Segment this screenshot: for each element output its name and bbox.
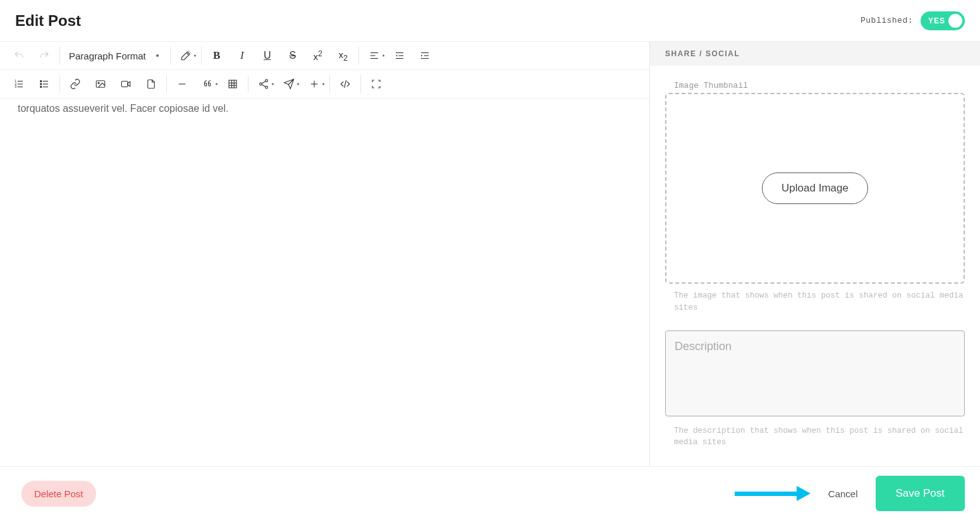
save-post-label: Save Post — [896, 487, 945, 499]
italic-button[interactable]: I — [230, 44, 255, 67]
toolbar-divider — [360, 75, 361, 93]
toolbar-divider — [329, 75, 330, 93]
description-helper-text: The description that shows when this pos… — [674, 425, 965, 449]
dropdown-indicator-icon — [297, 83, 299, 85]
image-icon — [95, 78, 106, 90]
file-icon — [145, 78, 157, 90]
dropdown-indicator-icon — [216, 83, 217, 85]
footer-right-group: Cancel Save Post — [735, 476, 965, 511]
superscript-icon: x2 — [314, 49, 322, 62]
strikethrough-button[interactable]: S — [280, 44, 305, 67]
fullscreen-button[interactable] — [364, 73, 389, 95]
video-icon — [120, 78, 132, 90]
table-button[interactable] — [220, 73, 245, 95]
align-left-icon — [369, 50, 380, 61]
cancel-label: Cancel — [828, 488, 858, 499]
toolbar-row-2: 123 — [0, 70, 649, 99]
sidebar-section-header: SHARE / SOCIAL — [650, 42, 980, 66]
dropdown-indicator-icon — [194, 55, 196, 57]
dropdown-indicator-icon — [322, 83, 324, 85]
redo-button[interactable] — [32, 44, 57, 67]
upload-image-label: Upload Image — [781, 182, 848, 194]
svg-text:3: 3 — [15, 85, 16, 88]
align-button[interactable] — [362, 44, 387, 67]
code-icon — [340, 78, 351, 90]
underline-icon: U — [264, 50, 271, 61]
bold-button[interactable]: B — [204, 44, 230, 67]
annotation-arrow — [735, 487, 811, 500]
minus-icon — [176, 78, 188, 90]
svg-point-18 — [40, 80, 42, 82]
toolbar-divider — [166, 75, 167, 93]
delete-post-label: Delete Post — [34, 488, 83, 499]
unordered-list-button[interactable] — [32, 73, 57, 95]
footer-bar: Delete Post Cancel Save Post — [0, 466, 980, 520]
subscript-icon: x2 — [339, 49, 348, 63]
publish-toggle-group: Published: YES — [861, 11, 965, 30]
upload-image-button[interactable]: Upload Image — [762, 172, 868, 204]
send-button[interactable] — [276, 73, 302, 95]
paper-plane-icon — [283, 78, 295, 90]
magic-wand-icon — [180, 50, 192, 61]
toggle-knob — [948, 14, 962, 28]
toolbar-divider — [358, 47, 359, 64]
svg-point-31 — [260, 83, 262, 85]
published-toggle[interactable]: YES — [921, 11, 965, 30]
redo-icon — [39, 50, 50, 61]
video-button[interactable] — [113, 73, 138, 95]
dropdown-indicator-icon — [156, 54, 159, 57]
toolbar-divider — [59, 75, 60, 93]
svg-line-33 — [262, 82, 266, 84]
sidebar: SHARE / SOCIAL Image Thumbnail Upload Im… — [650, 42, 980, 466]
share-button[interactable] — [251, 73, 276, 95]
image-button[interactable] — [88, 73, 113, 95]
sidebar-body: Image Thumbnail Upload Image The image t… — [650, 66, 980, 466]
indent-button[interactable] — [412, 44, 438, 67]
delete-post-button[interactable]: Delete Post — [21, 481, 96, 507]
paragraph-format-dropdown[interactable]: Paragraph Format — [63, 44, 168, 67]
subscript-button[interactable]: x2 — [331, 44, 356, 67]
svg-point-19 — [40, 83, 42, 85]
indent-icon — [419, 50, 431, 61]
undo-icon — [13, 50, 25, 61]
ordered-list-icon: 123 — [13, 78, 25, 90]
editor-text-fragment: torquatos assueverit vel. Facer copiosae… — [18, 103, 229, 114]
paragraph-format-label: Paragraph Format — [69, 51, 146, 61]
svg-point-20 — [40, 86, 42, 87]
arrow-head-icon — [797, 486, 811, 501]
more-button[interactable] — [302, 73, 327, 95]
save-post-button[interactable]: Save Post — [876, 476, 965, 511]
magic-format-button[interactable] — [173, 44, 199, 67]
quote-button[interactable] — [195, 73, 220, 95]
toggle-yes-text: YES — [928, 16, 945, 25]
hr-button[interactable] — [169, 73, 195, 95]
description-textarea[interactable] — [665, 330, 965, 416]
file-button[interactable] — [138, 73, 164, 95]
svg-point-30 — [266, 80, 268, 82]
main-area: Paragraph Format B I U S x2 x2 — [0, 42, 980, 466]
header-bar: Edit Post Published: YES — [0, 0, 980, 42]
editor-content[interactable]: torquatos assueverit vel. Facer copiosae… — [0, 99, 649, 466]
toolbar-divider — [59, 47, 60, 64]
superscript-button[interactable]: x2 — [305, 44, 331, 67]
image-upload-dropzone[interactable]: Upload Image — [665, 93, 965, 284]
published-label: Published: — [861, 16, 913, 25]
toolbar-row-1: Paragraph Format B I U S x2 x2 — [0, 42, 649, 70]
link-button[interactable] — [63, 73, 88, 95]
toolbar-divider — [170, 47, 171, 64]
editor-column: Paragraph Format B I U S x2 x2 — [0, 42, 650, 466]
italic-icon: I — [240, 49, 244, 62]
ordered-list-button[interactable]: 123 — [6, 73, 32, 95]
unordered-list-icon — [39, 78, 50, 90]
bold-icon: B — [213, 49, 220, 62]
code-view-button[interactable] — [333, 73, 358, 95]
outdent-button[interactable] — [387, 44, 412, 67]
undo-button[interactable] — [6, 44, 32, 67]
svg-point-32 — [266, 86, 268, 88]
toolbar-divider — [248, 75, 248, 93]
svg-rect-23 — [121, 82, 128, 87]
link-icon — [70, 78, 81, 90]
underline-button[interactable]: U — [255, 44, 280, 67]
cancel-button[interactable]: Cancel — [826, 482, 861, 505]
page-title: Edit Post — [15, 12, 81, 30]
